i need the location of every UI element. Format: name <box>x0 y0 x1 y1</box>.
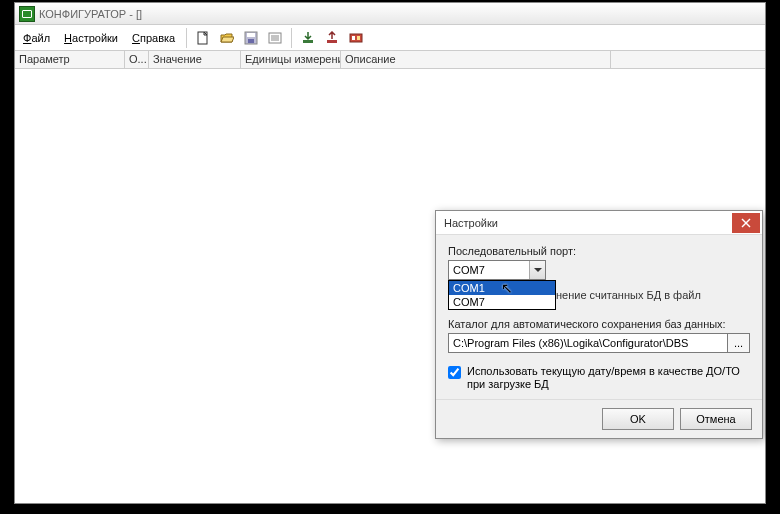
catalog-row: Каталог для автоматического сохранения б… <box>448 318 750 353</box>
serial-port-combo[interactable]: COM7 <box>448 260 546 280</box>
use-date-checkbox[interactable] <box>448 366 461 379</box>
toolbar-separator <box>291 28 292 48</box>
svg-rect-2 <box>247 33 255 37</box>
menu-settings[interactable]: Настройки <box>58 29 124 47</box>
catalog-input[interactable] <box>448 333 728 353</box>
properties-icon[interactable] <box>264 27 286 49</box>
save-icon[interactable] <box>240 27 262 49</box>
serial-port-label: Последовательный порт: <box>448 245 750 257</box>
svg-rect-12 <box>357 36 360 40</box>
close-icon[interactable] <box>732 213 760 233</box>
use-date-row: Использовать текущую дату/время в качест… <box>448 365 750 391</box>
serial-port-option-com1[interactable]: COM1 ↖ <box>449 281 555 295</box>
svg-rect-9 <box>327 40 337 43</box>
toolbar-separator <box>186 28 187 48</box>
col-o[interactable]: О... <box>125 51 149 68</box>
svg-rect-11 <box>352 36 355 40</box>
svg-rect-8 <box>303 40 313 43</box>
catalog-label: Каталог для автоматического сохранения б… <box>448 318 750 330</box>
column-headers: Параметр О... Значение Единицы измерения… <box>15 51 765 69</box>
dialog-title: Настройки <box>436 217 498 229</box>
ok-button[interactable]: OK <box>602 408 674 430</box>
chevron-down-icon <box>529 261 545 279</box>
app-icon <box>19 6 35 22</box>
col-value[interactable]: Значение <box>149 51 241 68</box>
auto-save-partial-label: нение считанных БД в файл <box>556 289 701 301</box>
serial-port-dropdown: COM1 ↖ COM7 <box>448 280 556 310</box>
use-date-label: Использовать текущую дату/время в качест… <box>467 365 750 391</box>
serial-port-option-com7[interactable]: COM7 <box>449 295 555 309</box>
menu-file[interactable]: Файл <box>17 29 56 47</box>
new-icon[interactable] <box>192 27 214 49</box>
serial-port-combo-wrap: COM7 COM1 ↖ COM7 <box>448 260 546 280</box>
upload-icon[interactable] <box>321 27 343 49</box>
dialog-titlebar: Настройки <box>436 211 762 235</box>
device-icon[interactable] <box>345 27 367 49</box>
menubar: Файл Настройки Справка <box>15 25 765 51</box>
svg-rect-10 <box>350 34 362 42</box>
serial-port-value: COM7 <box>453 264 485 276</box>
open-icon[interactable] <box>216 27 238 49</box>
dialog-body: Последовательный порт: COM7 COM1 ↖ COM7 … <box>436 235 762 399</box>
browse-button[interactable]: ... <box>728 333 750 353</box>
download-icon[interactable] <box>297 27 319 49</box>
settings-dialog: Настройки Последовательный порт: COM7 CO… <box>435 210 763 439</box>
col-description[interactable]: Описание <box>341 51 611 68</box>
window-title: КОНФИГУРАТОР - [] <box>39 8 142 20</box>
menu-help[interactable]: Справка <box>126 29 181 47</box>
dialog-buttons: OK Отмена <box>436 399 762 438</box>
titlebar: КОНФИГУРАТОР - [] <box>15 3 765 25</box>
svg-rect-3 <box>248 39 254 43</box>
cursor-icon: ↖ <box>501 280 513 296</box>
catalog-input-group: ... <box>448 333 750 353</box>
col-units[interactable]: Единицы измерения <box>241 51 341 68</box>
cancel-button[interactable]: Отмена <box>680 408 752 430</box>
col-parameter[interactable]: Параметр <box>15 51 125 68</box>
